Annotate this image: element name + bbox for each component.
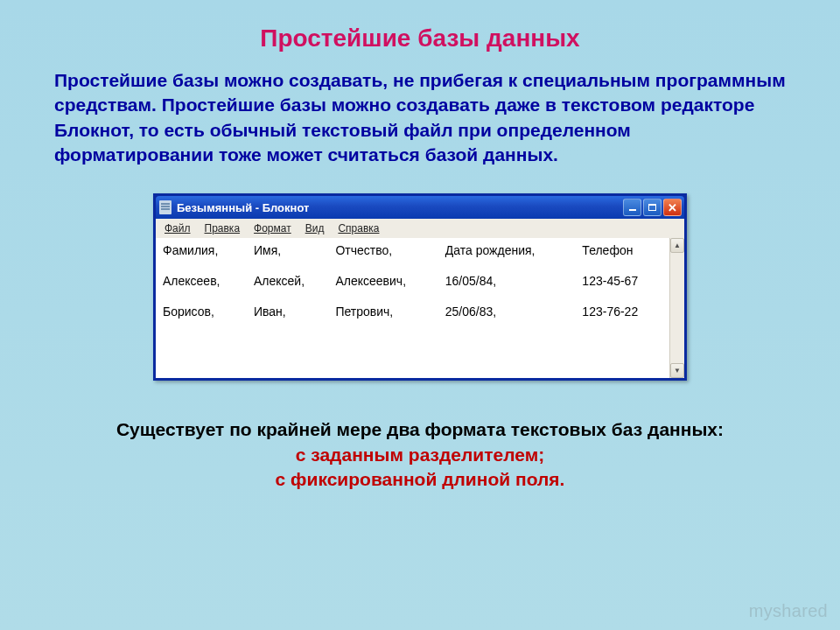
- menu-format[interactable]: Формат: [247, 220, 298, 236]
- menu-file[interactable]: Файл: [158, 220, 198, 236]
- minimize-icon: [629, 209, 636, 211]
- window-controls: ✕: [623, 199, 682, 216]
- footer-line-1: Существует по крайней мере два формата т…: [0, 417, 840, 442]
- titlebar[interactable]: Безымянный - Блокнот ✕: [156, 196, 684, 219]
- footer-line-2: с заданным разделителем;: [0, 443, 840, 467]
- notepad-icon: [159, 200, 172, 214]
- col-patronymic: Отчество,: [332, 243, 441, 258]
- minimize-button[interactable]: [623, 199, 641, 216]
- footer-line-3: с фиксированной длиной поля.: [0, 467, 840, 492]
- scroll-track[interactable]: [670, 253, 684, 363]
- footer-text: Существует по крайней мере два формата т…: [0, 381, 840, 492]
- col-surname: Фамилия,: [159, 243, 250, 258]
- chevron-up-icon: ▲: [674, 242, 681, 249]
- header-row: Фамилия, Имя, Отчество, Дата рождения, Т…: [159, 243, 668, 258]
- menu-edit[interactable]: Правка: [198, 220, 248, 236]
- window-title: Безымянный - Блокнот: [177, 201, 623, 214]
- data-row: Борисов, Иван, Петрович, 25/06/83, 123-7…: [159, 304, 668, 319]
- text-content[interactable]: Фамилия, Имя, Отчество, Дата рождения, Т…: [156, 238, 669, 378]
- close-button[interactable]: ✕: [663, 199, 682, 216]
- menu-view[interactable]: Вид: [298, 220, 332, 236]
- menu-help[interactable]: Справка: [331, 220, 386, 236]
- vertical-scrollbar[interactable]: ▲ ▼: [669, 238, 684, 378]
- maximize-button[interactable]: [643, 199, 662, 216]
- intro-paragraph: Простейшие базы можно создавать, не приб…: [0, 68, 840, 167]
- chevron-down-icon: ▼: [674, 367, 681, 374]
- scroll-down-button[interactable]: ▼: [670, 363, 684, 378]
- data-row: Алексеев, Алексей, Алексеевич, 16/05/84,…: [159, 274, 668, 289]
- col-phone: Телефон: [578, 243, 668, 258]
- notepad-window: Безымянный - Блокнот ✕ Файл Правка Форма…: [153, 193, 687, 381]
- menubar: Файл Правка Формат Вид Справка: [156, 219, 684, 238]
- scroll-up-button[interactable]: ▲: [670, 238, 684, 253]
- close-icon: ✕: [668, 202, 677, 214]
- text-area[interactable]: Фамилия, Имя, Отчество, Дата рождения, Т…: [156, 238, 684, 378]
- notepad-window-wrap: Безымянный - Блокнот ✕ Файл Правка Форма…: [0, 193, 840, 381]
- maximize-icon: [648, 204, 656, 211]
- col-birthdate: Дата рождения,: [442, 243, 579, 258]
- watermark: myshared: [749, 601, 828, 621]
- slide-title: Простейшие базы данных: [0, 0, 840, 68]
- col-name: Имя,: [250, 243, 332, 258]
